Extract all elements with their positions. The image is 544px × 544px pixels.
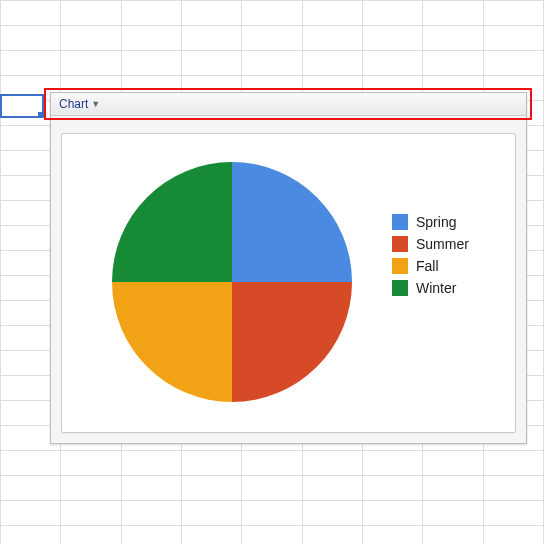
legend-item: Winter: [392, 280, 469, 296]
legend-swatch: [392, 280, 408, 296]
chart-menu-dropdown[interactable]: Chart ▼: [51, 93, 526, 116]
cell-fill-handle[interactable]: [38, 112, 44, 118]
chart-object[interactable]: Chart ▼ Spring Summer Fall Winter: [50, 92, 527, 444]
legend-label: Summer: [416, 236, 469, 252]
chart-legend: Spring Summer Fall Winter: [392, 214, 469, 302]
legend-swatch: [392, 236, 408, 252]
legend-item: Fall: [392, 258, 469, 274]
legend-swatch: [392, 258, 408, 274]
legend-label: Spring: [416, 214, 456, 230]
legend-label: Winter: [416, 280, 456, 296]
pie-chart: [112, 162, 352, 402]
chart-canvas: Spring Summer Fall Winter: [61, 133, 516, 433]
chevron-down-icon: ▼: [91, 99, 100, 109]
legend-item: Spring: [392, 214, 469, 230]
legend-label: Fall: [416, 258, 439, 274]
legend-swatch: [392, 214, 408, 230]
legend-item: Summer: [392, 236, 469, 252]
chart-menu-label: Chart: [59, 97, 88, 111]
